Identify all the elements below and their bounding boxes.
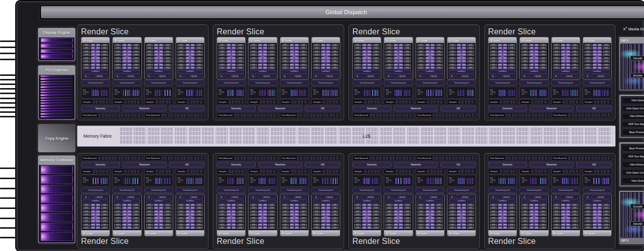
xve-row: XVEXMXXMXXVE [490, 217, 515, 220]
media-pipeline-item: HDR Tone Mapper [622, 153, 644, 160]
xve-cell: XVE [164, 51, 172, 53]
xve-cell: XVE [385, 54, 393, 56]
rt-cell [231, 90, 232, 96]
xmx-cell: XMX [185, 60, 190, 63]
xve-cell: XVE [300, 54, 307, 56]
xve-group: XVEXMXXMXXVEXVEXMXXMXXVE [281, 57, 307, 63]
hiz-unit: HiZ [305, 162, 340, 168]
xe-core-column: Xe-core XVEXMXXMXXVEXVEXMXXMXXVEXVEXMXXM… [447, 175, 476, 236]
xe-core: Xe-core XVEXMXXMXXVEXVEXMXXMXXVEXVEXMXXM… [416, 194, 445, 236]
xve-group: XVEXMXXMXXVEXVEXMXXMXXVE [281, 44, 307, 50]
xve-group: XVEXMXXMXXVEXVEXMXXMXXVE [385, 217, 411, 223]
xve-cell: XVE [146, 207, 153, 210]
thread-sorting-unit: Thread Sorting Unit [416, 188, 445, 193]
rt-cell [532, 90, 533, 96]
sampler-unit: Sampler [280, 99, 309, 105]
xve-group: XVEXMXXMXXVEXVEXMXXMXXVE [490, 224, 515, 229]
xmx-cell: XMX [295, 60, 299, 63]
l1-cache-slm: L1$/SLM [320, 74, 339, 78]
sampler-cells [395, 100, 412, 104]
xve-row: XVEXMXXMXXVE [490, 207, 515, 210]
xve-cell: XVE [508, 51, 515, 53]
pixel-backend-unit: Pixel Backend [551, 155, 612, 161]
load-store-unit: Load/Store [218, 199, 244, 203]
xve-cell: XVE [250, 57, 257, 60]
rt-cell [373, 178, 373, 184]
pixel-backend-label: Pixel Backend [353, 114, 370, 116]
xve-cell: XVE [250, 64, 257, 66]
rt-cell [135, 90, 136, 96]
ray-tracing-unit: Ray Tracing Unit [280, 87, 309, 99]
xve-cell: XVE [417, 224, 425, 226]
xmx-cell: XMX [159, 44, 164, 47]
ray-tracing-cells [267, 177, 275, 185]
rt-cell [364, 90, 365, 96]
xe-core-body: XVEXMXXMXXVEXVEXMXXMXXVEXVEXMXXMXXVEXVEX… [583, 194, 611, 230]
xve-cell: XVE [385, 64, 393, 66]
xmx-cell: XMX [457, 60, 461, 63]
rt-cell [162, 178, 162, 184]
xe-core-column: Xe-core XVEXMXXMXXVEXVEXMXXMXXVEXVEXMXXM… [519, 175, 548, 236]
rt-cell [432, 178, 432, 184]
xmx-cell: XMX [534, 224, 539, 226]
xve-cell: XVE [313, 224, 320, 226]
xve-cell: XVE [490, 60, 497, 63]
slice-fixed-function: Sampler Sampler Sampler Sampler Geometry… [488, 99, 612, 118]
xve-row: XVEXMXXMXXVE [177, 217, 203, 220]
rt-cell [471, 178, 471, 184]
xve-cell: XVE [490, 44, 497, 47]
xve-row: XVEXMXXMXXVE [218, 227, 244, 229]
xve-row: XVEXMXXMXXVE [449, 60, 474, 63]
xmx-cell: XMX [393, 51, 398, 53]
bus-lane [41, 83, 73, 85]
thread-sorting-unit: Thread Sorting Unit [488, 188, 517, 193]
sampler-unit: Sampler [583, 99, 612, 105]
rt-cell [608, 178, 609, 184]
xmx-cell: XMX [159, 47, 164, 50]
xmx-cell: XMX [498, 67, 502, 69]
xve-cell: XVE [435, 220, 443, 223]
pixel-backend-cells [505, 113, 547, 117]
xve-row: XVEXMXXMXXVE [146, 54, 172, 56]
xe-core-body: XVEXMXXMXXVEXVEXMXXMXXVEXVEXMXXMXXVEXVEX… [113, 43, 141, 79]
gpu-architecture-diagram: Global Dispatch Display Engine PCI Expre… [0, 0, 644, 251]
xve-group: XVEXMXXMXXVEXVEXMXXMXXVE [417, 217, 443, 223]
rt-cell [103, 178, 104, 184]
xve-cell: XVE [281, 224, 289, 226]
xve-cell: XVE [164, 54, 172, 56]
rt-cell [598, 178, 599, 184]
rt-cell [191, 90, 192, 96]
rt-cell [233, 90, 233, 96]
rt-cell [295, 90, 295, 96]
xve-cell: XVE [146, 217, 153, 220]
ray-tracing-unit-label: Ray Tracing Unit [490, 90, 497, 96]
xmx-cell: XMX [127, 207, 132, 210]
rt-cell [236, 90, 237, 96]
xve-row: XVEXMXXMXXVE [385, 204, 411, 206]
rt-cell [435, 178, 435, 184]
ray-tracing-unit-label: Ray Tracing Unit [521, 178, 529, 184]
pixel-backend-label: Pixel Backend [280, 157, 297, 159]
xve-row: XVEXMXXMXXVE [218, 60, 244, 63]
rt-cell [186, 90, 187, 96]
xmx-cell: XMX [362, 54, 367, 56]
xve-cell: XVE [449, 220, 456, 223]
xe-core: Xe-core XVEXMXXMXXVEXVEXMXXMXXVEXVEXMXXM… [488, 37, 517, 79]
xmx-cell: XMX [425, 54, 430, 56]
xve-cell: XVE [313, 51, 320, 53]
xmx-cell: XMX [263, 64, 267, 66]
xmx-cell: XMX [321, 227, 326, 229]
thread-sorting-unit: Thread Sorting Unit [81, 188, 110, 193]
xve-cell: XVE [83, 44, 90, 47]
xmx-cell: XMX [592, 64, 597, 66]
xmx-cell: XMX [498, 44, 502, 47]
xmx-cell: XMX [258, 44, 262, 47]
xve-row: XVEXMXXMXXVE [449, 227, 474, 229]
xmx-cell: XMX [231, 47, 236, 50]
rt-cell [543, 90, 544, 96]
rt-cell [291, 178, 292, 184]
rt-cell [243, 90, 244, 96]
xve-cell: XVE [385, 47, 393, 50]
xmx-cell: XMX [498, 47, 502, 50]
xve-row: XVEXMXXMXXVE [313, 44, 339, 47]
